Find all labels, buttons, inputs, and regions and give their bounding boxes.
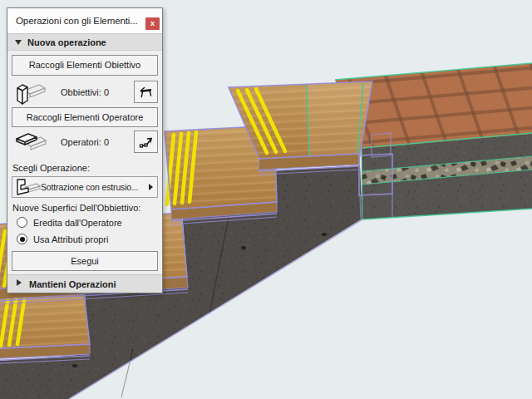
new-surfaces-label: Nuove Superfici Dell'Obbiettivo: <box>12 202 140 214</box>
dropdown-arrow-icon <box>149 184 153 190</box>
collect-targets-button[interactable]: Raccogli Elementi Obiettivo <box>12 55 158 76</box>
radio-inherit-operator[interactable]: Eredita dall'Operatore <box>7 216 162 230</box>
targets-row: Obbiettivi: 0 <box>7 79 162 106</box>
app-window: Operazioni con gli Elementi... x Nuova o… <box>0 0 532 399</box>
pick-operators-icon[interactable] <box>134 131 158 153</box>
palette-titlebar[interactable]: Operazioni con gli Elementi... x <box>7 8 162 34</box>
palette-title: Operazioni con gli Elementi... <box>16 8 145 33</box>
operators-row: Operatori: 0 <box>7 129 162 156</box>
operation-dropdown[interactable]: Sottrazione con estrusio... <box>12 176 158 198</box>
operation-type-icon <box>14 177 41 200</box>
execute-button[interactable]: Esegui <box>12 251 158 271</box>
pick-targets-icon[interactable] <box>134 81 158 103</box>
solid-operations-palette: Operazioni con gli Elementi... x Nuova o… <box>7 7 163 293</box>
section-keep-operations[interactable]: Mantieni Operazioni <box>7 274 162 293</box>
section-new-operation[interactable]: Nuova operazione <box>7 33 162 51</box>
close-icon[interactable]: x <box>145 17 160 30</box>
radio-icon[interactable] <box>17 217 27 228</box>
collapse-triangle-icon <box>15 40 22 45</box>
choose-operation-label: Scegli Operazione: <box>12 162 90 174</box>
collect-operators-button[interactable]: Raccogli Elementi Operatore <box>12 107 158 127</box>
expand-triangle-icon <box>17 279 22 286</box>
radio-use-own-attributes[interactable]: Usa Attributi propri <box>7 233 162 247</box>
operation-value: Sottrazione con estrusio... <box>41 177 138 197</box>
radio-icon[interactable] <box>17 234 27 244</box>
